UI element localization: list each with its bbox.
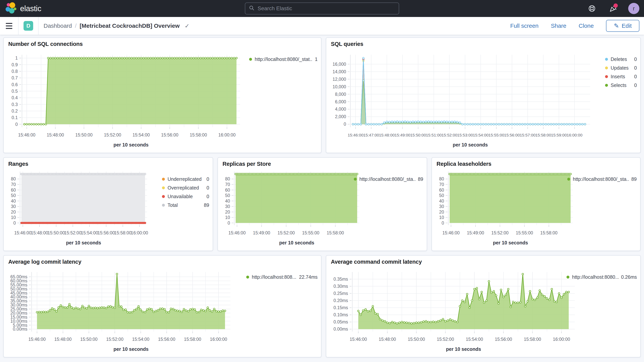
legend-item[interactable]: http://localhost:8080/_stat...1 [249,56,318,62]
chart-canvas[interactable]: 15:46:0015:49:0015:52:0015:55:0015:58:00… [218,158,427,250]
svg-text:0.5: 0.5 [12,89,18,94]
legend-item[interactable]: Unavailable0 [162,194,209,199]
legend-item[interactable]: Updates0 [605,65,637,71]
svg-text:15:48:00: 15:48:00 [47,132,64,138]
svg-text:0.3: 0.3 [12,102,18,107]
legend-item[interactable]: Selects0 [605,82,637,88]
svg-text:15:46:00: 15:46:00 [18,132,36,138]
chart-canvas[interactable]: 15:46:0015:49:0015:52:0015:55:0015:58:00… [432,158,640,250]
svg-text:15:52:00: 15:52:00 [442,133,457,137]
chart-canvas[interactable]: 15:46:0015:48:0015:50:0015:52:0015:54:00… [326,256,640,357]
legend-series-label: Deletes [611,56,627,62]
chart-legend: http://localhost:8080/_sta...89 [354,176,423,182]
page-title: [Metricbeat CockroachDB] Overview [80,22,180,29]
breadcrumb-separator: / [75,22,76,29]
chart-canvas[interactable]: 15:46:0015:48:0015:50:0015:52:0015:54:00… [4,38,321,153]
legend-series-label: http://localhost:8080/_stat... [255,56,312,62]
elastic-brand[interactable]: elastic [0,2,41,15]
svg-text:15:46:00: 15:46:00 [442,230,460,235]
svg-text:0.2: 0.2 [12,108,18,114]
legend-series-label: Selects [611,82,626,88]
svg-text:15:59:00: 15:59:00 [551,133,567,137]
space-badge[interactable]: D [24,21,33,31]
legend-item[interactable]: http://localhost:8080...0.26ms [566,274,637,280]
svg-text:70: 70 [439,182,444,187]
svg-text:60: 60 [11,188,16,192]
chart-legend: http://localhost:8080/_sta...89 [567,176,637,182]
legend-series-value: 89 [629,176,637,182]
legend-series-value: 22.74ms [297,274,318,280]
share-button[interactable]: Share [551,22,566,29]
svg-text:15:46:00: 15:46:00 [350,337,367,342]
legend-series-dot [162,178,165,180]
svg-text:15:48:00: 15:48:00 [54,337,72,342]
legend-series-value: 89 [416,176,423,182]
svg-text:15:50:00: 15:50:00 [48,230,65,235]
svg-text:0: 0 [15,122,18,127]
legend-item[interactable]: Total89 [162,202,209,208]
menu-icon[interactable] [0,17,18,35]
search-icon [249,5,255,12]
top-nav: elastic [0,0,644,17]
svg-text:15:52:00: 15:52:00 [64,230,82,235]
clone-button[interactable]: Clone [579,22,594,29]
edit-button[interactable]: ✎ Edit [606,20,639,32]
svg-text:15:54:00: 15:54:00 [132,337,150,342]
svg-text:15:50:00: 15:50:00 [408,337,425,342]
svg-text:15:48:00: 15:48:00 [31,230,48,235]
svg-text:0.4: 0.4 [12,95,18,100]
panel-average-command-commit-latency: Average command commit latency 15:46:001… [326,255,641,357]
chart-canvas[interactable]: 15:46:0015:48:0015:50:0015:52:0015:54:00… [4,256,321,357]
svg-text:16:00:00: 16:00:00 [567,133,582,137]
svg-text:0: 0 [344,122,346,127]
svg-text:20: 20 [439,210,444,214]
panel-title: Replica leaseholders [436,161,492,167]
svg-text:70: 70 [225,182,230,187]
svg-text:15:58:00: 15:58:00 [536,133,551,137]
user-avatar[interactable]: r [628,3,639,14]
global-search[interactable] [245,2,399,14]
svg-text:15:58:00: 15:58:00 [327,230,344,235]
svg-text:15:54:00: 15:54:00 [473,133,488,137]
svg-text:10: 10 [225,215,230,220]
legend-series-dot [605,84,608,87]
svg-text:per 10 seconds: per 10 seconds [493,240,528,246]
legend-item[interactable]: Inserts0 [605,74,637,80]
legend-item[interactable]: http://localhost:808...22.74ms [246,274,318,280]
svg-text:40: 40 [439,198,444,204]
panel-title: SQL queries [331,41,363,47]
legend-item[interactable]: Deletes0 [605,56,637,62]
svg-text:14,000: 14,000 [332,69,346,74]
svg-text:15:55:00: 15:55:00 [516,230,533,235]
help-icon[interactable] [586,3,597,14]
panel-title: Ranges [8,161,28,167]
legend-series-value: 0 [632,56,637,62]
svg-text:15:48:00: 15:48:00 [379,133,395,137]
svg-text:60: 60 [439,188,444,192]
chart-legend: Underreplicated0Overreplicated0Unavailab… [162,176,209,208]
svg-text:0.6: 0.6 [12,82,18,87]
legend-series-value: 0 [632,82,637,88]
panel-replica-leaseholders: Replica leaseholders 15:46:0015:49:0015:… [432,157,640,251]
legend-item[interactable]: http://localhost:8080/_sta...89 [354,176,423,182]
svg-text:15:51:00: 15:51:00 [426,133,442,137]
full-screen-button[interactable]: Full screen [510,22,538,29]
svg-text:0.20ms: 0.20ms [334,298,348,303]
search-input[interactable] [258,6,395,12]
legend-series-dot [354,178,357,180]
legend-item[interactable]: Overreplicated0 [162,185,209,191]
pencil-icon: ✎ [614,22,619,30]
svg-text:per 10 seconds: per 10 seconds [113,346,148,352]
svg-text:0.7: 0.7 [12,75,18,80]
news-feed-icon[interactable] [607,3,618,14]
svg-text:40: 40 [225,198,230,204]
svg-text:15:49:00: 15:49:00 [253,230,270,235]
title-check-icon[interactable]: ✓ [185,22,190,29]
chart-canvas[interactable]: 15:46:0015:47:0015:48:0015:49:0015:50:00… [326,38,640,153]
breadcrumb-dashboard-link[interactable]: Dashboard [44,22,72,29]
svg-text:0.10ms: 0.10ms [334,312,348,317]
legend-item[interactable]: Underreplicated0 [162,176,209,182]
svg-text:20: 20 [11,210,16,214]
svg-text:0: 0 [13,220,16,226]
legend-item[interactable]: http://localhost:8080/_sta...89 [567,176,637,182]
